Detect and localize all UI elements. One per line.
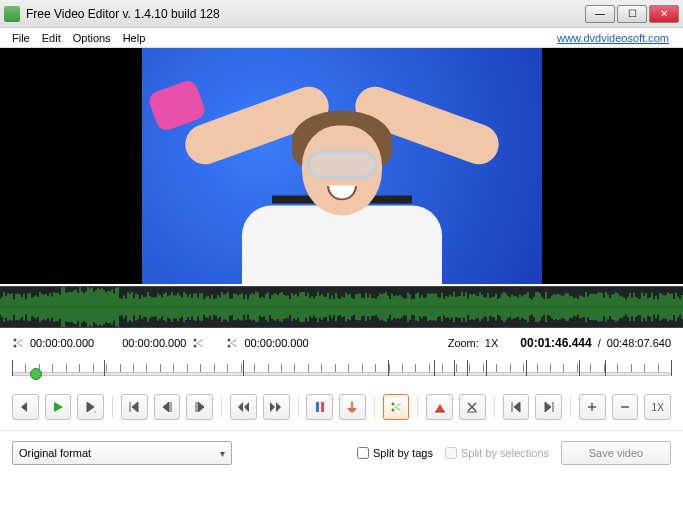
split-sel-input <box>445 447 457 459</box>
window-controls: — ☐ ✕ <box>583 5 679 23</box>
selection-mid-time: 00:00:00.000 <box>122 337 186 349</box>
split-tags-input[interactable] <box>357 447 369 459</box>
split-by-tags-checkbox[interactable]: Split by tags <box>357 447 433 459</box>
menubar: File Edit Options Help www.dvdvideosoft.… <box>0 28 683 48</box>
menu-edit[interactable]: Edit <box>36 32 67 44</box>
selection-start-time: 00:00:00.000 <box>30 337 94 349</box>
goto-start-button[interactable] <box>121 394 148 420</box>
prev-frame-button[interactable] <box>12 394 39 420</box>
goto-out-button[interactable] <box>535 394 562 420</box>
save-video-button[interactable]: Save video <box>561 441 671 465</box>
total-duration: 00:48:07.640 <box>607 337 671 349</box>
window-title: Free Video Editor v. 1.4.10 build 128 <box>26 7 583 21</box>
split-by-selections-checkbox: Split by selections <box>445 447 549 459</box>
format-value: Original format <box>19 447 91 459</box>
menu-options[interactable]: Options <box>67 32 117 44</box>
scissors-icon <box>12 337 24 349</box>
split-tags-label: Split by tags <box>373 447 433 459</box>
titlebar: Free Video Editor v. 1.4.10 build 128 — … <box>0 0 683 28</box>
zoom-value: 1X <box>485 337 498 349</box>
goto-in-button[interactable] <box>503 394 530 420</box>
playhead[interactable] <box>30 368 42 380</box>
time-info-row: 00:00:00.000 00:00:00.000 00:00:00.000 Z… <box>12 334 671 352</box>
split-sel-label: Split by selections <box>461 447 549 459</box>
scissors-icon <box>192 337 204 349</box>
output-format-select[interactable]: Original format <box>12 441 232 465</box>
time-separator: / <box>598 337 601 349</box>
trim-left-button[interactable] <box>426 394 453 420</box>
website-link[interactable]: www.dvdvideosoft.com <box>557 32 677 44</box>
scissors-icon <box>226 337 238 349</box>
prev-marker-button[interactable] <box>230 394 257 420</box>
zoom-in-button[interactable] <box>579 394 606 420</box>
step-back-button[interactable] <box>154 394 181 420</box>
playback-controls: 1X <box>12 394 671 420</box>
menu-help[interactable]: Help <box>117 32 152 44</box>
selection-end-time: 00:00:00.000 <box>244 337 308 349</box>
minimize-button[interactable]: — <box>585 5 615 23</box>
cut-button[interactable] <box>383 394 410 420</box>
play-to-end-button[interactable] <box>77 394 104 420</box>
timeline-ruler[interactable] <box>12 358 671 388</box>
current-time: 00:01:46.444 <box>520 336 591 350</box>
set-marker-button[interactable] <box>306 394 333 420</box>
play-button[interactable] <box>45 394 72 420</box>
menu-file[interactable]: File <box>6 32 36 44</box>
app-icon <box>4 6 20 22</box>
zoom-label: Zoom: <box>448 337 479 349</box>
video-frame <box>142 48 542 284</box>
trim-right-button[interactable] <box>459 394 486 420</box>
svg-rect-2 <box>321 402 324 412</box>
close-button[interactable]: ✕ <box>649 5 679 23</box>
audio-waveform[interactable] <box>0 286 683 328</box>
zoom-out-button[interactable] <box>612 394 639 420</box>
bottom-bar: Original format Split by tags Split by s… <box>0 430 683 473</box>
next-marker-button[interactable] <box>263 394 290 420</box>
maximize-button[interactable]: ☐ <box>617 5 647 23</box>
zoom-level-button[interactable]: 1X <box>644 394 671 420</box>
set-end-marker-button[interactable] <box>339 394 366 420</box>
svg-rect-1 <box>316 402 319 412</box>
video-preview[interactable] <box>0 48 683 284</box>
step-forward-button[interactable] <box>186 394 213 420</box>
